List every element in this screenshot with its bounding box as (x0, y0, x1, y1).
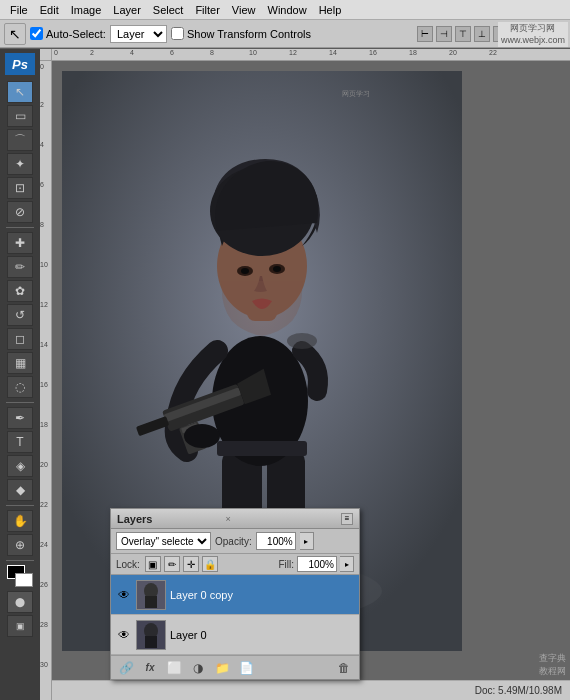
layers-controls: Normal Dissolve Darken Multiply Overlay"… (111, 529, 359, 554)
menu-view[interactable]: View (226, 0, 262, 19)
move-tool-btn[interactable]: ↖ (7, 81, 33, 103)
opacity-label: Opacity: (215, 536, 252, 547)
hand-tool-btn[interactable]: ✋ (7, 510, 33, 532)
eyedropper-tool-btn[interactable]: ⊘ (7, 201, 33, 223)
opacity-input[interactable] (256, 532, 296, 550)
svg-point-23 (287, 333, 317, 349)
menu-window[interactable]: Window (262, 0, 313, 19)
adjustment-icon[interactable]: ◑ (189, 660, 207, 676)
lock-position-btn[interactable]: ✛ (183, 556, 199, 572)
magic-wand-tool-btn[interactable]: ✦ (7, 153, 33, 175)
brush-tool-btn[interactable]: ✏ (7, 256, 33, 278)
bottom-watermark: 查字典 教程网 (539, 652, 566, 678)
gradient-tool-btn[interactable]: ▦ (7, 352, 33, 374)
color-picker[interactable] (7, 565, 33, 587)
menu-select[interactable]: Select (147, 0, 190, 19)
fill-input[interactable] (297, 556, 337, 572)
lock-label: Lock: (116, 559, 140, 570)
menu-help[interactable]: Help (313, 0, 348, 19)
layers-panel: Layers × ≡ Normal Dissolve Darken Multip… (110, 508, 360, 680)
layer-0-copy-visibility-icon[interactable]: 👁 (116, 587, 132, 603)
doc-size: Doc: 5.49M/10.98M (475, 685, 562, 696)
history-brush-tool-btn[interactable]: ↺ (7, 304, 33, 326)
eraser-tool-btn[interactable]: ◻ (7, 328, 33, 350)
align-center-h-icon[interactable]: ⊣ (436, 26, 452, 42)
fx-icon[interactable]: fx (141, 660, 159, 676)
layers-tab-indicator: × (225, 514, 230, 524)
layer-item-0-copy[interactable]: 👁 Layer 0 copy (111, 575, 359, 615)
add-mask-icon[interactable]: ⬜ (165, 660, 183, 676)
link-layers-icon[interactable]: 🔗 (117, 660, 135, 676)
auto-select-label: Auto-Select: (30, 27, 106, 40)
dodge-tool-btn[interactable]: ◌ (7, 376, 33, 398)
zoom-tool-btn[interactable]: ⊕ (7, 534, 33, 556)
layer-0-copy-name: Layer 0 copy (170, 589, 233, 601)
lock-pixels-btn[interactable]: ✏ (164, 556, 180, 572)
svg-point-15 (184, 424, 220, 448)
blend-mode-select[interactable]: Normal Dissolve Darken Multiply Overlay"… (116, 532, 211, 550)
clone-stamp-tool-btn[interactable]: ✿ (7, 280, 33, 302)
menu-file[interactable]: File (4, 0, 34, 19)
screen-mode-btn[interactable]: ▣ (7, 615, 33, 637)
opacity-arrow-btn[interactable]: ▸ (300, 532, 314, 550)
left-toolbar: Ps ↖ ▭ ⌒ ✦ ⊡ ⊘ ✚ ✏ ✿ ↺ ◻ ▦ ◌ ✒ T ◈ ◆ ✋ ⊕… (0, 49, 40, 700)
show-transform-checkbox[interactable] (171, 27, 184, 40)
layers-lock-row: Lock: ▣ ✏ ✛ 🔒 Fill: ▸ (111, 554, 359, 575)
layers-titlebar[interactable]: Layers × ≡ (111, 509, 359, 529)
layer-0-copy-thumbnail (136, 580, 166, 610)
svg-rect-27 (145, 596, 157, 608)
pen-tool-btn[interactable]: ✒ (7, 407, 33, 429)
align-top-icon[interactable]: ⊥ (474, 26, 490, 42)
status-bar: 33.33% Doc: 5.49M/10.98M (0, 680, 570, 700)
ps-logo: Ps (5, 53, 35, 75)
watermark: 网页学习网 www.webjx.com (498, 22, 568, 47)
layer-0-visibility-icon[interactable]: 👁 (116, 627, 132, 643)
menu-edit[interactable]: Edit (34, 0, 65, 19)
show-transform-label: Show Transform Controls (171, 27, 311, 40)
lasso-tool-btn[interactable]: ⌒ (7, 129, 33, 151)
menu-image[interactable]: Image (65, 0, 108, 19)
background-color[interactable] (15, 573, 33, 587)
svg-text:网页学习: 网页学习 (342, 90, 370, 98)
menu-layer[interactable]: Layer (107, 0, 147, 19)
lock-all-btn[interactable]: 🔒 (202, 556, 218, 572)
crop-tool-btn[interactable]: ⊡ (7, 177, 33, 199)
menu-filter[interactable]: Filter (189, 0, 225, 19)
layers-footer: 🔗 fx ⬜ ◑ 📁 📄 🗑 (111, 655, 359, 679)
auto-select-checkbox[interactable] (30, 27, 43, 40)
new-group-icon[interactable]: 📁 (213, 660, 231, 676)
canvas-area: 网页学习 查字典 教程网 Layers × ≡ Normal Dissolve … (52, 61, 570, 700)
path-selection-tool-btn[interactable]: ◈ (7, 455, 33, 477)
align-left-icon[interactable]: ⊢ (417, 26, 433, 42)
quick-mask-btn[interactable]: ⬤ (7, 591, 33, 613)
layer-item-0[interactable]: 👁 Layer 0 (111, 615, 359, 655)
new-layer-icon[interactable]: 📄 (237, 660, 255, 676)
svg-point-20 (241, 268, 249, 274)
svg-rect-30 (145, 636, 157, 648)
svg-point-22 (273, 266, 281, 272)
menu-bar: File Edit Image Layer Select Filter View… (0, 0, 570, 20)
fill-arrow-btn[interactable]: ▸ (340, 556, 354, 572)
text-tool-btn[interactable]: T (7, 431, 33, 453)
shape-tool-btn[interactable]: ◆ (7, 479, 33, 501)
layers-panel-menu-btn[interactable]: ≡ (341, 513, 353, 525)
layers-list: 👁 Layer 0 copy 👁 (111, 575, 359, 655)
spot-healing-tool-btn[interactable]: ✚ (7, 232, 33, 254)
selection-tool-btn[interactable]: ▭ (7, 105, 33, 127)
align-right-icon[interactable]: ⊤ (455, 26, 471, 42)
delete-layer-icon[interactable]: 🗑 (335, 660, 353, 676)
ruler-vertical: 0 2 4 6 8 10 12 14 16 18 20 22 24 26 28 … (40, 61, 52, 700)
auto-select-dropdown[interactable]: Layer Group (110, 25, 167, 43)
svg-rect-9 (217, 441, 307, 456)
ruler-horizontal: 0 2 4 6 8 10 12 14 16 18 20 22 (52, 49, 570, 61)
move-tool-button[interactable]: ↖ (4, 23, 26, 45)
ruler-corner (40, 49, 52, 61)
fill-label: Fill: (278, 559, 294, 570)
lock-transparent-btn[interactable]: ▣ (145, 556, 161, 572)
layer-0-thumbnail (136, 620, 166, 650)
layers-panel-title: Layers (117, 513, 219, 525)
toolbar: ↖ Auto-Select: Layer Group Show Transfor… (0, 20, 570, 48)
layer-0-name: Layer 0 (170, 629, 207, 641)
